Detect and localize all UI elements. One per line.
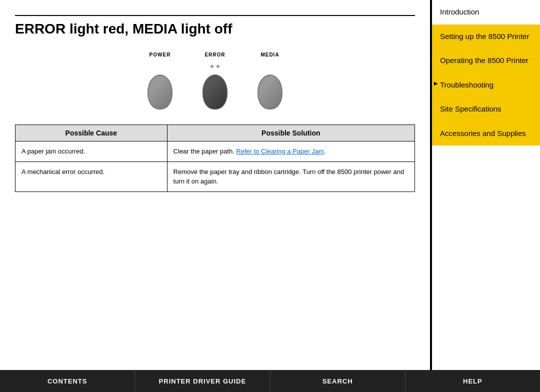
error-light-item: ERROR ✦✦: [202, 52, 228, 110]
solution-cell-2: Remove the paper tray and ribbon cartrid…: [167, 162, 414, 192]
solution-text-suffix: .: [324, 148, 326, 155]
solution-header: Possible Solution: [167, 125, 414, 142]
table-row: A mechanical error occurred. Remove the …: [16, 162, 415, 192]
sidebar-item-troubleshooting[interactable]: Troubleshooting: [432, 73, 540, 98]
solution-text-prefix: Clear the paper path.: [174, 148, 236, 155]
cause-header: Possible Cause: [16, 125, 168, 142]
clearing-paper-jam-link[interactable]: Refer to Clearing a Paper Jam: [236, 148, 324, 155]
power-label: POWER: [150, 52, 171, 58]
main-layout: ERROR light red, MEDIA light off POWER E…: [0, 0, 540, 370]
cause-cell-2: A mechanical error occurred.: [16, 162, 168, 192]
sidebar-item-setup[interactable]: Setting up the 8500 Printer: [432, 24, 540, 49]
cause-solution-table: Possible Cause Possible Solution A paper…: [15, 124, 415, 192]
content-area: ERROR light red, MEDIA light off POWER E…: [0, 0, 430, 370]
page-title: ERROR light red, MEDIA light off: [15, 15, 415, 37]
power-light-item: POWER: [148, 52, 172, 110]
sidebar-item-accessories[interactable]: Accessories and Supplies: [432, 122, 540, 146]
help-button[interactable]: HELP: [406, 370, 540, 392]
power-bulb: [148, 74, 172, 110]
bottom-toolbar: CONTENTS PRINTER DRIVER GUIDE SEARCH HEL…: [0, 370, 540, 392]
error-arrows: ✦✦: [209, 62, 221, 72]
table-row: A paper jam occurred. Clear the paper pa…: [16, 142, 415, 162]
media-bulb: [258, 74, 282, 110]
error-label: ERROR: [204, 52, 225, 58]
sidebar-item-operating[interactable]: Operating the 8500 Printer: [432, 48, 540, 73]
error-bulb: [202, 74, 228, 110]
sidebar: Introduction Setting up the 8500 Printer…: [430, 0, 540, 370]
solution-cell-1: Clear the paper path. Refer to Clearing …: [167, 142, 414, 162]
search-button[interactable]: SEARCH: [270, 370, 406, 392]
printer-driver-guide-button[interactable]: PRINTER DRIVER GUIDE: [135, 370, 270, 392]
sidebar-item-introduction[interactable]: Introduction: [432, 0, 540, 24]
media-label: MEDIA: [260, 52, 279, 58]
media-light-item: MEDIA: [258, 52, 282, 110]
contents-button[interactable]: CONTENTS: [0, 370, 135, 392]
cause-cell-1: A paper jam occurred.: [16, 142, 168, 162]
lights-diagram: POWER ERROR ✦✦ MEDIA: [15, 52, 415, 110]
sidebar-item-site-specs[interactable]: Site Specifications: [432, 97, 540, 122]
